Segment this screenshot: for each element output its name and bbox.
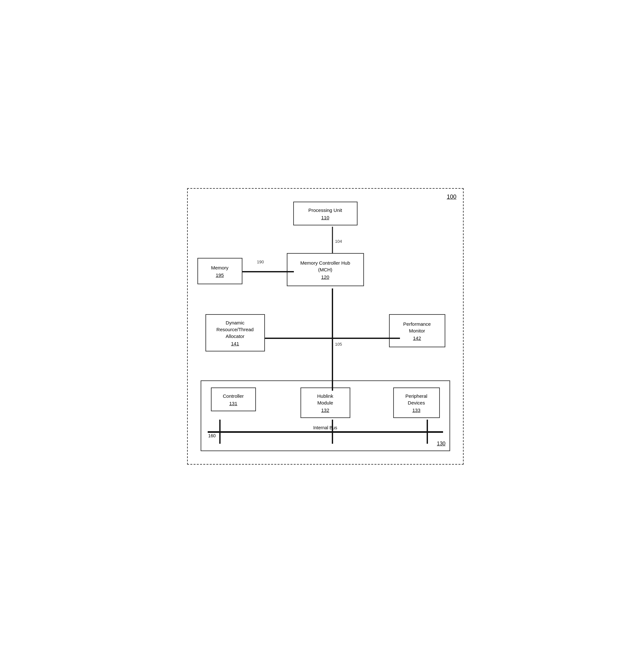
processing-unit-box: Processing Unit 110 [293, 202, 357, 225]
hublink-label: HublinkModule [317, 393, 333, 406]
label-160: 160 [208, 433, 216, 438]
hublink-ref: 132 [304, 407, 347, 413]
label-130: 130 [437, 441, 446, 447]
peripheral-label: PeripheralDevices [406, 393, 427, 406]
peripheral-ref: 133 [397, 407, 437, 413]
processing-unit-label: Processing Unit [308, 207, 342, 213]
internal-bus-label: Internal Bus [313, 425, 337, 430]
label-104: 104 [335, 239, 342, 244]
diagram-container: 100 Processing Unit 110 Memory Controlle… [178, 179, 467, 468]
controller-box: Controller 131 [211, 388, 256, 411]
perf-ref: 142 [393, 335, 441, 341]
label-100: 100 [447, 194, 456, 200]
internal-bus-line [208, 431, 443, 433]
label-190: 190 [257, 259, 264, 264]
dynamic-ref: 141 [209, 341, 261, 346]
memory-label: Memory [211, 265, 228, 271]
mch-ref: 120 [291, 274, 360, 280]
mch-label: Memory Controller Hub(MCH) [300, 260, 350, 273]
performance-monitor-box: PerformanceMonitor 142 [389, 314, 445, 347]
memory-box: Memory 195 [197, 258, 242, 284]
label-105: 105 [335, 342, 342, 347]
mch-box: Memory Controller Hub(MCH) 120 [287, 253, 364, 286]
perf-label: PerformanceMonitor [403, 321, 431, 333]
peripheral-box: PeripheralDevices 133 [393, 388, 440, 418]
processing-unit-ref: 110 [297, 215, 354, 220]
outer-boundary-box: 100 Processing Unit 110 Memory Controlle… [187, 188, 464, 465]
dynamic-label: DynamicResource/ThreadAllocator [216, 320, 254, 339]
controller-ref: 131 [214, 401, 253, 406]
hublink-box: HublinkModule 132 [300, 388, 350, 418]
ich-outer-box: Controller 131 HublinkModule 132 Periphe… [201, 381, 450, 451]
memory-ref: 195 [201, 273, 238, 278]
dynamic-resource-box: DynamicResource/ThreadAllocator 141 [205, 314, 265, 351]
controller-label: Controller [223, 393, 244, 399]
